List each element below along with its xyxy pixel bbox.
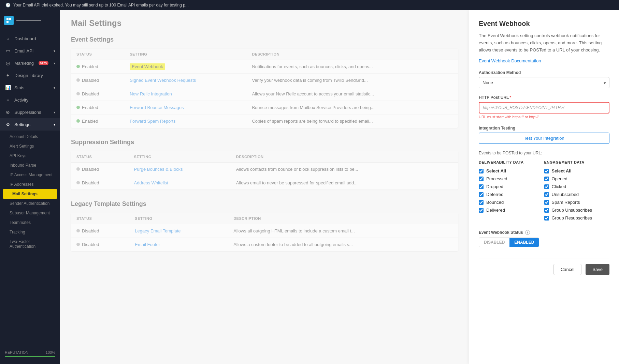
logo-icon	[4, 16, 14, 25]
col-description: DESCRIPTION	[231, 151, 458, 163]
status-cell: Enabled	[71, 60, 124, 74]
col-status: STATUS	[71, 49, 124, 60]
suppressions-icon: ⊗	[5, 109, 11, 115]
setting-link[interactable]: Legacy Email Template	[135, 228, 181, 233]
sidebar-sub-item-alert-settings[interactable]: Alert Settings	[0, 141, 60, 151]
sidebar-sub-item-account-details[interactable]: Account Details	[0, 132, 60, 141]
events-grid: DELIVERABILITY DATA Select All Processed…	[479, 160, 609, 222]
auth-method-select[interactable]: None	[479, 77, 609, 88]
processed-label: Processed	[486, 176, 507, 181]
setting-cell: Signed Event Webhook Requests	[124, 74, 246, 87]
sidebar-sub-item-inbound-parse[interactable]: Inbound Parse	[0, 161, 60, 170]
status-cell: Enabled	[71, 115, 124, 128]
col-setting: SETTING	[124, 49, 246, 60]
sidebar-sub-item-two-factor[interactable]: Two-Factor Authentication	[0, 237, 60, 251]
legacy-settings-title: Legacy Template Settings	[71, 200, 458, 208]
save-button[interactable]: Save	[586, 264, 609, 275]
sidebar-sub-item-ip-addresses[interactable]: IP Addresses	[0, 180, 60, 189]
table-row: Enabled Forward Spam Reports Copies of s…	[71, 115, 458, 128]
sidebar-sub-item-subuser-management[interactable]: Subuser Management	[0, 208, 60, 218]
setting-link[interactable]: Forward Spam Reports	[130, 119, 175, 124]
sidebar-item-suppressions[interactable]: ⊗ Suppressions ▾	[0, 106, 60, 118]
sidebar-sub-item-ip-access-management[interactable]: IP Access Management	[0, 170, 60, 180]
reputation-fill	[5, 356, 55, 357]
col-setting: SETTING	[129, 213, 228, 224]
webhook-status-section: Event Webhook Status i DISABLED ENABLED	[479, 230, 609, 247]
reputation-bar	[5, 356, 55, 357]
sidebar-item-marketing[interactable]: ◎ Marketing NEW ▾	[0, 57, 60, 69]
chevron-down-icon: ▾	[54, 86, 55, 90]
setting-link[interactable]: Purge Bounces & Blocks	[134, 167, 183, 172]
processed-checkbox[interactable]	[479, 177, 484, 181]
setting-cell: New Relic Integration	[124, 87, 246, 101]
setting-cell: Event Webhook	[124, 60, 246, 74]
cancel-button[interactable]: Cancel	[553, 264, 581, 275]
setting-link[interactable]: Email Footer	[135, 242, 160, 247]
opened-checkbox[interactable]	[544, 177, 549, 181]
setting-cell: Forward Spam Reports	[124, 115, 246, 128]
deferred-checkbox[interactable]	[479, 192, 484, 197]
dashboard-icon: ○	[5, 36, 11, 41]
setting-link[interactable]: Address Whitelist	[134, 180, 168, 185]
unsubscribed-checkbox[interactable]	[544, 192, 549, 197]
dropped-row: Dropped	[479, 183, 544, 191]
description-cell: Allows contacts from bounce or block sup…	[231, 163, 458, 176]
engagement-col-title: ENGAGEMENT DATA	[544, 160, 610, 164]
reputation-value: 100%	[46, 350, 55, 354]
description-cell: Verify your webhook data is coming from …	[246, 74, 458, 87]
info-icon[interactable]: i	[525, 230, 530, 235]
doc-link[interactable]: Event Webhook Documentation	[479, 58, 541, 63]
highlighted-setting[interactable]: Event Webhook	[130, 63, 165, 70]
stats-icon: 📊	[5, 85, 11, 90]
status-cell: Disabled	[71, 87, 124, 101]
marketing-icon: ◎	[5, 60, 11, 66]
sidebar-item-email-api[interactable]: ▭ Email API ▾	[0, 45, 60, 57]
sidebar-sub-item-tracking[interactable]: Tracking	[0, 227, 60, 237]
description-cell: Allows email to never be suppressed for …	[231, 176, 458, 190]
sidebar-item-dashboard[interactable]: ○ Dashboard	[0, 32, 60, 45]
banner-message: Your Email API trial expired. You may st…	[13, 3, 189, 7]
sidebar-item-design-library[interactable]: ✦ Design Library	[0, 69, 60, 81]
col-description: DESCRIPTION	[246, 49, 458, 60]
settings-icon: ⚙	[5, 122, 11, 127]
dropped-checkbox[interactable]	[479, 184, 484, 189]
setting-link[interactable]: New Relic Integration	[130, 91, 172, 96]
toggle-enabled-button[interactable]: ENABLED	[509, 238, 539, 247]
status-cell: Disabled	[71, 176, 129, 190]
deliverability-select-all-row: Select All	[479, 167, 544, 175]
panel-footer: Cancel Save	[479, 258, 609, 275]
reputation-container: REPUTATION 100%	[0, 346, 60, 359]
table-row: Disabled Email Footer Allows a custom fo…	[71, 238, 458, 252]
sidebar-item-settings[interactable]: ⚙ Settings ▾	[0, 118, 60, 131]
dropped-label: Dropped	[486, 184, 503, 189]
sidebar-item-activity[interactable]: ≡ Activity	[0, 94, 60, 106]
clicked-checkbox[interactable]	[544, 184, 549, 189]
http-post-url-input[interactable]	[479, 102, 609, 113]
sidebar-sub-item-api-keys[interactable]: API Keys	[0, 151, 60, 161]
table-row: Disabled Purge Bounces & Blocks Allows c…	[71, 163, 458, 176]
engagement-select-all-checkbox[interactable]	[544, 169, 549, 173]
test-integration-button[interactable]: Test Your Integration	[479, 133, 609, 144]
group-unsubscribes-checkbox[interactable]	[544, 208, 549, 213]
deliverability-select-all-checkbox[interactable]	[479, 169, 484, 173]
delivered-checkbox[interactable]	[479, 208, 484, 213]
toggle-disabled-button[interactable]: DISABLED	[479, 238, 509, 247]
chevron-down-icon: ▾	[54, 110, 55, 114]
sidebar-sub-item-teammates[interactable]: Teammates	[0, 218, 60, 227]
spam-reports-checkbox[interactable]	[544, 200, 549, 205]
group-resubscribes-checkbox[interactable]	[544, 216, 549, 221]
setting-link[interactable]: Forward Bounce Messages	[130, 105, 184, 110]
sidebar-item-label: Design Library	[14, 73, 43, 78]
suppression-settings-table: STATUS SETTING DESCRIPTION Disabled Purg…	[71, 151, 458, 189]
logo-text: ——————	[16, 18, 41, 23]
bounced-checkbox[interactable]	[479, 200, 484, 205]
col-status: STATUS	[71, 151, 129, 163]
status-cell: Disabled	[71, 74, 124, 87]
opened-row: Opened	[544, 175, 610, 183]
sidebar-sub-item-mail-settings[interactable]: Mail Settings	[3, 189, 57, 199]
setting-link[interactable]: Signed Event Webhook Requests	[130, 78, 196, 83]
sidebar-sub-item-sender-authentication[interactable]: Sender Authentication	[0, 199, 60, 208]
event-settings-table: STATUS SETTING DESCRIPTION Enabled Event…	[71, 49, 458, 128]
sidebar-item-stats[interactable]: 📊 Stats ▾	[0, 81, 60, 94]
group-unsubscribes-row: Group Unsubscribes	[544, 206, 610, 214]
